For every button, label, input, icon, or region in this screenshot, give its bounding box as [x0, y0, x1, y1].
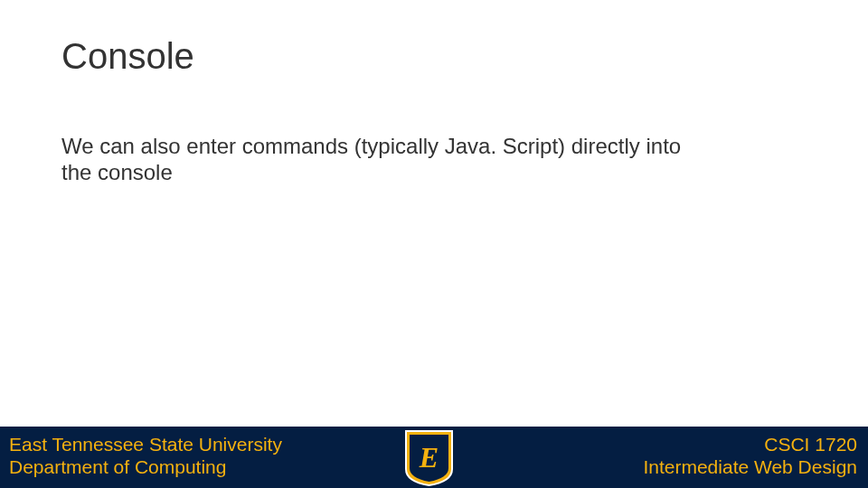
slide-title: Console [61, 36, 194, 77]
slide: Console We can also enter commands (typi… [0, 0, 868, 488]
footer-course-code: CSCI 1720 [643, 433, 857, 455]
footer-university-name: East Tennessee State University [9, 433, 282, 455]
footer-left-block: East Tennessee State University Departme… [9, 433, 282, 478]
logo-letter: E [419, 441, 439, 474]
footer-right-block: CSCI 1720 Intermediate Web Design [643, 433, 857, 478]
slide-footer: East Tennessee State University Departme… [0, 427, 868, 488]
etsu-logo-icon: E [404, 429, 454, 486]
slide-body-text: We can also enter commands (typically Ja… [61, 134, 694, 186]
footer-department-name: Department of Computing [9, 455, 282, 478]
footer-course-name: Intermediate Web Design [643, 455, 857, 478]
